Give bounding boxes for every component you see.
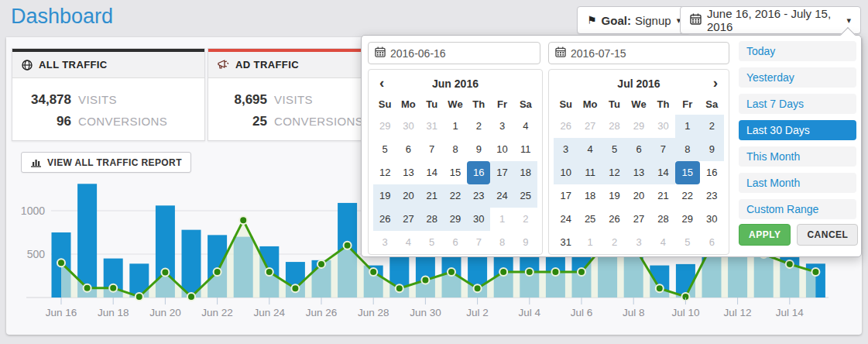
chevron-left-icon[interactable]: ‹ (379, 73, 384, 93)
day-cell-selected[interactable]: 16 (467, 161, 490, 184)
day-cell[interactable]: 11 (578, 161, 602, 184)
day-cell[interactable]: 28 (420, 208, 444, 231)
day-cell[interactable]: 29 (373, 115, 396, 138)
day-cell[interactable]: 3 (490, 115, 513, 138)
day-cell[interactable]: 18 (514, 161, 537, 184)
range-last-30-days[interactable]: Last 30 Days (739, 120, 856, 140)
point-jul-15[interactable] (811, 268, 819, 276)
day-cell[interactable]: 23 (467, 184, 490, 208)
point-jun-29[interactable] (396, 284, 403, 292)
day-cell[interactable]: 24 (554, 208, 578, 231)
point-jul-3[interactable] (499, 268, 507, 276)
day-cell[interactable]: 9 (467, 138, 490, 161)
day-cell[interactable]: 22 (444, 184, 467, 208)
day-cell[interactable]: 1 (444, 115, 467, 138)
point-jul-4[interactable] (526, 268, 533, 276)
day-cell[interactable]: 4 (578, 138, 602, 161)
day-cell[interactable]: 2 (700, 115, 724, 138)
range-yesterday[interactable]: Yesterday (739, 67, 856, 88)
day-cell[interactable]: 13 (396, 161, 420, 184)
day-cell[interactable]: 7 (467, 231, 490, 254)
day-cell[interactable]: 6 (700, 231, 724, 254)
day-cell[interactable]: 6 (396, 138, 420, 161)
day-cell[interactable]: 26 (554, 115, 578, 138)
day-cell[interactable]: 30 (700, 208, 724, 231)
point-jun-19[interactable] (136, 293, 143, 301)
day-cell[interactable]: 27 (578, 115, 602, 138)
day-cell[interactable]: 26 (373, 208, 396, 231)
point-jul-6[interactable] (578, 268, 585, 276)
apply-button[interactable]: APPLY (739, 224, 791, 246)
day-cell[interactable]: 13 (626, 161, 650, 184)
day-cell[interactable]: 5 (675, 231, 699, 254)
range-custom-range[interactable]: Custom Range (739, 199, 856, 219)
day-cell[interactable]: 30 (396, 115, 420, 138)
day-cell[interactable]: 30 (467, 208, 490, 231)
day-cell[interactable]: 27 (396, 208, 420, 231)
point-jun-23[interactable] (239, 216, 247, 224)
day-cell[interactable]: 28 (651, 208, 675, 231)
day-cell[interactable]: 4 (514, 115, 537, 138)
bar-jun-21[interactable] (182, 230, 201, 298)
day-cell[interactable]: 23 (700, 184, 724, 208)
day-cell[interactable]: 21 (651, 184, 675, 208)
day-cell[interactable]: 5 (602, 138, 626, 161)
point-jun-18[interactable] (109, 284, 117, 292)
day-cell[interactable]: 22 (675, 184, 699, 208)
day-cell[interactable]: 9 (514, 231, 537, 254)
day-cell[interactable]: 20 (396, 184, 420, 208)
day-cell[interactable]: 29 (675, 208, 699, 231)
range-today[interactable]: Today (739, 41, 856, 61)
range-last-month[interactable]: Last Month (739, 173, 856, 193)
point-jun-20[interactable] (161, 269, 169, 277)
day-cell[interactable]: 31 (420, 115, 444, 138)
day-cell[interactable]: 14 (651, 161, 675, 184)
day-cell[interactable]: 6 (626, 138, 650, 161)
day-cell[interactable]: 30 (651, 115, 675, 138)
day-cell[interactable]: 20 (626, 184, 650, 208)
start-date-input[interactable] (390, 47, 533, 60)
day-cell[interactable]: 10 (490, 138, 513, 161)
day-cell[interactable]: 25 (578, 208, 602, 231)
day-cell[interactable]: 2 (514, 208, 537, 231)
point-jun-16[interactable] (57, 259, 65, 267)
range-last-7-days[interactable]: Last 7 Days (739, 94, 856, 114)
day-cell[interactable]: 17 (490, 161, 513, 184)
day-cell[interactable]: 7 (420, 138, 444, 161)
point-jun-28[interactable] (369, 268, 377, 276)
chevron-right-icon[interactable]: › (713, 73, 718, 93)
day-cell[interactable]: 18 (578, 184, 602, 208)
day-cell[interactable]: 11 (514, 138, 537, 161)
point-jun-22[interactable] (214, 268, 221, 276)
day-cell[interactable]: 16 (700, 161, 724, 184)
day-cell[interactable]: 25 (514, 184, 537, 208)
day-cell[interactable]: 19 (373, 184, 396, 208)
date-range-button[interactable]: June 16, 2016 - July 15, 2016 ▾ (680, 6, 861, 34)
day-cell-selected[interactable]: 15 (675, 161, 699, 184)
day-cell[interactable]: 15 (444, 161, 467, 184)
day-cell[interactable]: 12 (373, 161, 396, 184)
day-cell[interactable]: 4 (651, 231, 675, 254)
cancel-button[interactable]: CANCEL (797, 224, 858, 246)
point-jun-27[interactable] (344, 242, 352, 249)
point-jun-24[interactable] (266, 268, 273, 276)
point-jun-21[interactable] (187, 293, 195, 301)
day-cell[interactable]: 2 (467, 115, 490, 138)
day-cell[interactable]: 1 (578, 231, 602, 254)
day-cell[interactable]: 8 (490, 231, 513, 254)
point-jul-2[interactable] (474, 284, 482, 292)
day-cell[interactable]: 3 (373, 231, 396, 254)
day-cell[interactable]: 17 (554, 184, 578, 208)
day-cell[interactable]: 9 (700, 138, 724, 161)
day-cell[interactable]: 7 (651, 138, 675, 161)
day-cell[interactable]: 6 (444, 231, 467, 254)
point-jul-1[interactable] (448, 268, 455, 276)
point-jun-26[interactable] (317, 260, 325, 268)
point-jun-17[interactable] (84, 284, 91, 292)
point-jul-14[interactable] (786, 260, 794, 268)
day-cell[interactable]: 10 (554, 161, 578, 184)
view-all-traffic-report-button[interactable]: VIEW ALL TRAFFIC REPORT (21, 152, 191, 173)
range-this-month[interactable]: This Month (739, 146, 856, 167)
day-cell[interactable]: 12 (602, 161, 626, 184)
day-cell[interactable]: 29 (626, 115, 650, 138)
